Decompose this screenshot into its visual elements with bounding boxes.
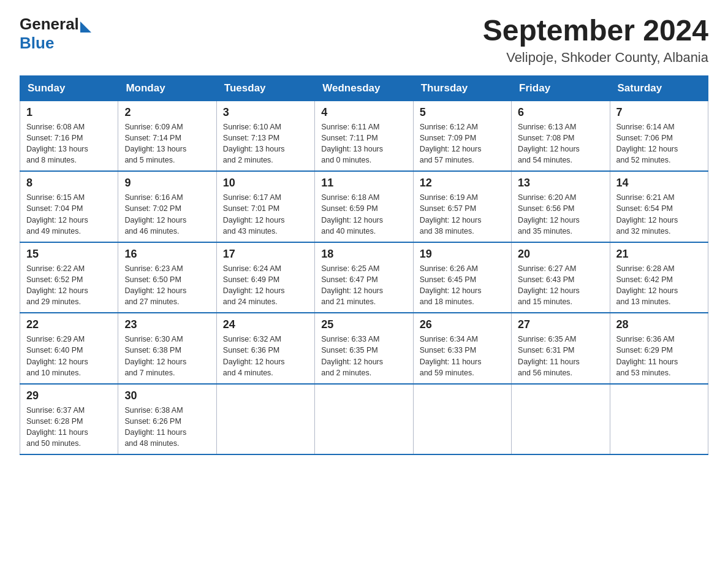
calendar-cell — [216, 384, 314, 455]
day-number: 3 — [223, 106, 308, 119]
day-info: Sunrise: 6:12 AM Sunset: 7:09 PM Dayligh… — [420, 121, 505, 166]
day-number: 29 — [26, 389, 112, 402]
calendar-cell: 21Sunrise: 6:28 AM Sunset: 6:42 PM Dayli… — [610, 242, 708, 313]
day-number: 22 — [26, 318, 112, 331]
day-number: 9 — [124, 177, 210, 190]
day-info: Sunrise: 6:18 AM Sunset: 6:59 PM Dayligh… — [321, 192, 406, 237]
calendar-header-row: SundayMondayTuesdayWednesdayThursdayFrid… — [20, 75, 708, 101]
day-info: Sunrise: 6:13 AM Sunset: 7:08 PM Dayligh… — [518, 121, 603, 166]
day-number: 24 — [223, 318, 308, 331]
calendar-week-row: 1Sunrise: 6:08 AM Sunset: 7:16 PM Daylig… — [20, 101, 708, 171]
calendar-table: SundayMondayTuesdayWednesdayThursdayFrid… — [20, 75, 708, 456]
calendar-cell: 20Sunrise: 6:27 AM Sunset: 6:43 PM Dayli… — [512, 242, 610, 313]
calendar-cell: 17Sunrise: 6:24 AM Sunset: 6:49 PM Dayli… — [216, 242, 314, 313]
day-info: Sunrise: 6:34 AM Sunset: 6:33 PM Dayligh… — [420, 334, 505, 378]
day-number: 5 — [420, 106, 505, 119]
calendar-cell: 30Sunrise: 6:38 AM Sunset: 6:26 PM Dayli… — [118, 384, 216, 455]
day-info: Sunrise: 6:35 AM Sunset: 6:31 PM Dayligh… — [518, 334, 603, 378]
calendar-cell — [315, 384, 413, 455]
svg-marker-0 — [80, 21, 91, 33]
day-number: 8 — [26, 177, 112, 190]
day-info: Sunrise: 6:10 AM Sunset: 7:13 PM Dayligh… — [223, 121, 308, 166]
day-number: 27 — [518, 318, 603, 331]
day-number: 14 — [616, 177, 702, 190]
day-info: Sunrise: 6:27 AM Sunset: 6:43 PM Dayligh… — [518, 263, 603, 308]
calendar-cell: 3Sunrise: 6:10 AM Sunset: 7:13 PM Daylig… — [216, 101, 314, 171]
logo: General Blue — [20, 15, 91, 53]
calendar-cell: 4Sunrise: 6:11 AM Sunset: 7:11 PM Daylig… — [315, 101, 413, 171]
day-number: 7 — [616, 106, 702, 119]
column-header-thursday: Thursday — [413, 75, 511, 101]
day-number: 28 — [616, 318, 702, 331]
day-number: 11 — [321, 177, 406, 190]
day-info: Sunrise: 6:23 AM Sunset: 6:50 PM Dayligh… — [124, 263, 210, 308]
day-number: 4 — [321, 106, 406, 119]
day-number: 16 — [124, 248, 210, 261]
calendar-cell: 11Sunrise: 6:18 AM Sunset: 6:59 PM Dayli… — [315, 171, 413, 242]
page-title: September 2024 — [483, 15, 708, 47]
day-number: 1 — [26, 106, 112, 119]
calendar-week-row: 15Sunrise: 6:22 AM Sunset: 6:52 PM Dayli… — [20, 242, 708, 313]
day-number: 12 — [420, 177, 505, 190]
day-number: 30 — [124, 389, 210, 402]
calendar-week-row: 29Sunrise: 6:37 AM Sunset: 6:28 PM Dayli… — [20, 384, 708, 455]
column-header-monday: Monday — [118, 75, 216, 101]
calendar-week-row: 8Sunrise: 6:15 AM Sunset: 7:04 PM Daylig… — [20, 171, 708, 242]
logo-arrow-icon — [80, 21, 91, 33]
title-block: September 2024 Velipoje, Shkoder County,… — [483, 15, 708, 66]
calendar-cell: 25Sunrise: 6:33 AM Sunset: 6:35 PM Dayli… — [315, 313, 413, 384]
day-number: 6 — [518, 106, 603, 119]
calendar-cell: 15Sunrise: 6:22 AM Sunset: 6:52 PM Dayli… — [20, 242, 118, 313]
day-info: Sunrise: 6:09 AM Sunset: 7:14 PM Dayligh… — [124, 121, 210, 166]
day-number: 15 — [26, 248, 112, 261]
calendar-cell: 27Sunrise: 6:35 AM Sunset: 6:31 PM Dayli… — [512, 313, 610, 384]
calendar-cell: 19Sunrise: 6:26 AM Sunset: 6:45 PM Dayli… — [413, 242, 511, 313]
column-header-saturday: Saturday — [610, 75, 708, 101]
day-info: Sunrise: 6:19 AM Sunset: 6:57 PM Dayligh… — [420, 192, 505, 237]
day-info: Sunrise: 6:29 AM Sunset: 6:40 PM Dayligh… — [26, 334, 112, 378]
page-subtitle: Velipoje, Shkoder County, Albania — [483, 50, 708, 66]
day-info: Sunrise: 6:14 AM Sunset: 7:06 PM Dayligh… — [616, 121, 702, 166]
calendar-cell: 9Sunrise: 6:16 AM Sunset: 7:02 PM Daylig… — [118, 171, 216, 242]
calendar-cell: 29Sunrise: 6:37 AM Sunset: 6:28 PM Dayli… — [20, 384, 118, 455]
day-info: Sunrise: 6:08 AM Sunset: 7:16 PM Dayligh… — [26, 121, 112, 166]
calendar-cell — [610, 384, 708, 455]
day-number: 23 — [124, 318, 210, 331]
page-header: General Blue September 2024 Velipoje, Sh… — [20, 15, 708, 66]
day-number: 19 — [420, 248, 505, 261]
column-header-friday: Friday — [512, 75, 610, 101]
calendar-cell: 2Sunrise: 6:09 AM Sunset: 7:14 PM Daylig… — [118, 101, 216, 171]
calendar-cell: 5Sunrise: 6:12 AM Sunset: 7:09 PM Daylig… — [413, 101, 511, 171]
calendar-cell: 6Sunrise: 6:13 AM Sunset: 7:08 PM Daylig… — [512, 101, 610, 171]
day-info: Sunrise: 6:22 AM Sunset: 6:52 PM Dayligh… — [26, 263, 112, 308]
calendar-cell: 14Sunrise: 6:21 AM Sunset: 6:54 PM Dayli… — [610, 171, 708, 242]
day-info: Sunrise: 6:32 AM Sunset: 6:36 PM Dayligh… — [223, 334, 308, 378]
calendar-cell: 13Sunrise: 6:20 AM Sunset: 6:56 PM Dayli… — [512, 171, 610, 242]
calendar-cell: 10Sunrise: 6:17 AM Sunset: 7:01 PM Dayli… — [216, 171, 314, 242]
day-info: Sunrise: 6:16 AM Sunset: 7:02 PM Dayligh… — [124, 192, 210, 237]
calendar-week-row: 22Sunrise: 6:29 AM Sunset: 6:40 PM Dayli… — [20, 313, 708, 384]
day-info: Sunrise: 6:33 AM Sunset: 6:35 PM Dayligh… — [321, 334, 406, 378]
day-info: Sunrise: 6:24 AM Sunset: 6:49 PM Dayligh… — [223, 263, 308, 308]
calendar-cell: 7Sunrise: 6:14 AM Sunset: 7:06 PM Daylig… — [610, 101, 708, 171]
column-header-sunday: Sunday — [20, 75, 118, 101]
column-header-tuesday: Tuesday — [216, 75, 314, 101]
day-info: Sunrise: 6:20 AM Sunset: 6:56 PM Dayligh… — [518, 192, 603, 237]
day-info: Sunrise: 6:21 AM Sunset: 6:54 PM Dayligh… — [616, 192, 702, 237]
calendar-cell: 28Sunrise: 6:36 AM Sunset: 6:29 PM Dayli… — [610, 313, 708, 384]
day-number: 18 — [321, 248, 406, 261]
day-number: 17 — [223, 248, 308, 261]
calendar-cell: 12Sunrise: 6:19 AM Sunset: 6:57 PM Dayli… — [413, 171, 511, 242]
calendar-cell: 22Sunrise: 6:29 AM Sunset: 6:40 PM Dayli… — [20, 313, 118, 384]
day-number: 13 — [518, 177, 603, 190]
day-info: Sunrise: 6:38 AM Sunset: 6:26 PM Dayligh… — [124, 405, 210, 450]
day-info: Sunrise: 6:17 AM Sunset: 7:01 PM Dayligh… — [223, 192, 308, 237]
calendar-cell: 24Sunrise: 6:32 AM Sunset: 6:36 PM Dayli… — [216, 313, 314, 384]
logo-blue-text: Blue — [20, 34, 54, 52]
calendar-cell: 8Sunrise: 6:15 AM Sunset: 7:04 PM Daylig… — [20, 171, 118, 242]
calendar-cell: 23Sunrise: 6:30 AM Sunset: 6:38 PM Dayli… — [118, 313, 216, 384]
calendar-cell: 16Sunrise: 6:23 AM Sunset: 6:50 PM Dayli… — [118, 242, 216, 313]
logo-general-text: General — [20, 15, 79, 34]
day-number: 10 — [223, 177, 308, 190]
day-info: Sunrise: 6:28 AM Sunset: 6:42 PM Dayligh… — [616, 263, 702, 308]
